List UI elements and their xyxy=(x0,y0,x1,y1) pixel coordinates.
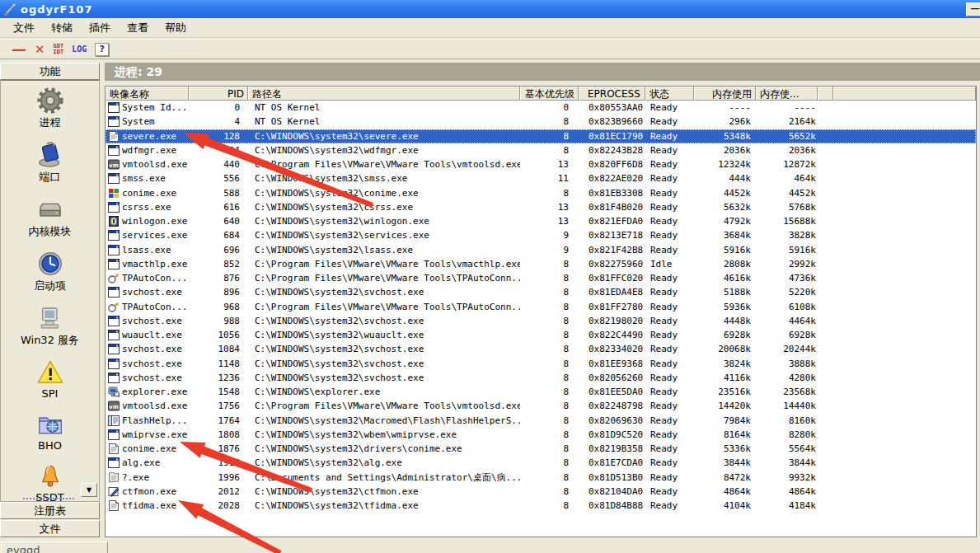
log-button[interactable]: LOG xyxy=(72,45,87,54)
process-name: svchost.exe xyxy=(122,342,182,356)
table-row[interactable]: conime.exe 1876 C:\WINDOWS\system32\driv… xyxy=(106,442,976,456)
table-row[interactable]: svchost.exe 1236 C:\WINDOWS\system32\svc… xyxy=(106,371,976,385)
table-row[interactable]: alg.exe 1916 C:\WINDOWS\system32\alg.exe… xyxy=(106,456,976,470)
cell-memory: 8472k xyxy=(694,471,756,485)
cell-eprocess: 0x82275960 xyxy=(579,257,645,271)
column-header-path[interactable]: 路径名 xyxy=(248,87,520,101)
table-row[interactable]: wdfmgr.exe 424 C:\WINDOWS\system32\wdfmg… xyxy=(106,143,976,157)
cell-image-name: wdfmgr.exe xyxy=(106,143,189,157)
column-header-eprocess[interactable]: EPROCESS xyxy=(579,87,645,101)
process-icon xyxy=(108,387,120,397)
table-row[interactable]: vmtoolsd.exe 1756 C:\Program Files\VMwar… xyxy=(106,399,976,413)
process-icon xyxy=(108,457,120,468)
cell-path: C:\WINDOWS\system32\wdfmgr.exe xyxy=(248,143,520,157)
cell-path: NT OS Kernel xyxy=(248,101,520,115)
cell-image-name: csrss.exe xyxy=(106,200,189,214)
table-row[interactable]: ctfmon.exe 2012 C:\WINDOWS\system32\ctfm… xyxy=(106,485,976,499)
cell-path: C:\Program Files\VMware\VMware Tools\TPA… xyxy=(248,300,520,314)
cell-memory2: 5564k xyxy=(756,442,818,456)
cell-status: Ready xyxy=(645,186,694,200)
menu-item[interactable]: 查看 xyxy=(119,19,157,37)
process-icon xyxy=(108,429,120,440)
sidebar-item-label: SSDT xyxy=(35,491,63,502)
table-row[interactable]: vmtoolsd.exe 440 C:\Program Files\VMware… xyxy=(106,157,976,171)
cell-memory: 7984k xyxy=(694,414,756,428)
table-row[interactable]: tfidma.exe 2028 C:\WINDOWS\system32\tfid… xyxy=(106,499,976,513)
cell-memory2: 5652k xyxy=(756,129,818,143)
kill-process-icon[interactable]: ✕ xyxy=(35,42,45,57)
minimize-button[interactable]: — xyxy=(966,2,980,16)
column-header-pid[interactable]: PID xyxy=(189,87,248,101)
sidebar-tab-registry[interactable]: 注册表 xyxy=(0,502,100,519)
splitter-grip[interactable] xyxy=(23,498,74,499)
sidebar-item[interactable]: BHO xyxy=(1,411,99,452)
cell-eprocess: 0x82248798 xyxy=(579,399,645,413)
cell-pid: 968 xyxy=(189,300,248,314)
table-row[interactable]: ?.exe 1996 C:\Documents and Settings\Adm… xyxy=(106,471,976,485)
cell-memory2: 4864k xyxy=(756,485,818,499)
cell-memory2: 20244k xyxy=(756,342,818,356)
table-row[interactable]: wuauclt.exe 1056 C:\WINDOWS\system32\wua… xyxy=(106,328,976,342)
table-row[interactable]: System Id... 0 NT OS Kernel 0 0x80553AA0… xyxy=(106,101,976,115)
table-row[interactable]: FlashHelp... 1764 C:\WINDOWS\system32\Ma… xyxy=(106,414,976,428)
process-name: svchost.exe xyxy=(122,314,182,328)
menu-item[interactable]: 文件 xyxy=(5,19,43,37)
table-row[interactable]: svchost.exe 1084 C:\WINDOWS\system32\svc… xyxy=(106,342,976,356)
table-row[interactable]: vmacthlp.exe 852 C:\Program Files\VMware… xyxy=(106,257,976,271)
table-row[interactable]: svchost.exe 1148 C:\WINDOWS\system32\svc… xyxy=(106,357,976,371)
column-header-status[interactable]: 状态 xyxy=(645,87,694,101)
sidebar-item[interactable]: SPI xyxy=(1,359,99,400)
sidebar-item-label: 进程 xyxy=(40,115,61,130)
process-name: tfidma.exe xyxy=(122,499,176,513)
table-row[interactable]: svchost.exe 988 C:\WINDOWS\system32\svch… xyxy=(106,314,976,328)
table-row[interactable]: TPAutoCon... 876 C:\Program Files\VMware… xyxy=(106,271,976,285)
menu-bar: 文件转储插件查看帮助 xyxy=(0,18,980,38)
process-name: services.exe xyxy=(122,228,187,242)
cell-priority: 8 xyxy=(520,271,579,285)
table-row[interactable]: csrss.exe 616 C:\WINDOWS\system32\csrss.… xyxy=(106,200,976,214)
table-row[interactable]: services.exe 684 C:\WINDOWS\system32\ser… xyxy=(106,228,976,242)
sidebar-header[interactable]: 功能 xyxy=(0,63,100,80)
column-header-image-name[interactable]: 映像名称 xyxy=(106,87,189,101)
process-icon xyxy=(108,273,120,284)
menu-item[interactable]: 插件 xyxy=(81,19,119,37)
table-row[interactable]: conime.exe 588 C:\WINDOWS\system32\conim… xyxy=(106,186,976,200)
table-row[interactable]: System 4 NT OS Kernel 8 0x823B9660 Ready… xyxy=(106,115,976,129)
table-row[interactable]: winlogon.exe 640 C:\WINDOWS\system32\win… xyxy=(106,214,976,228)
process-name: wdfmgr.exe xyxy=(122,143,176,157)
process-name: vmtoolsd.exe xyxy=(122,157,187,171)
column-header-priority[interactable]: 基本优先级 xyxy=(520,87,579,101)
table-row[interactable]: smss.exe 556 C:\WINDOWS\system32\smss.ex… xyxy=(106,171,976,185)
help-icon[interactable]: ? xyxy=(95,43,109,56)
table-row[interactable]: lsass.exe 696 C:\WINDOWS\system32\lsass.… xyxy=(106,243,976,257)
menu-item[interactable]: 帮助 xyxy=(157,19,195,37)
remove-icon[interactable]: — xyxy=(12,44,26,55)
cell-memory2: 15688k xyxy=(756,214,818,228)
cell-priority: 8 xyxy=(520,399,579,413)
table-row[interactable]: explorer.exe 1548 C:\WINDOWS\explorer.ex… xyxy=(106,385,976,399)
sidebar-item[interactable]: Win32 服务 xyxy=(1,305,99,348)
cell-path: C:\WINDOWS\system32\severe.exe xyxy=(248,129,520,143)
column-header-memory2[interactable]: 内存使... xyxy=(756,87,818,101)
table-row[interactable]: wmiprvse.exe 1808 C:\WINDOWS\system32\wb… xyxy=(106,428,976,442)
cell-memory2: 6108k xyxy=(756,300,818,314)
sidebar-item[interactable]: 内核模块 xyxy=(1,196,99,239)
cell-pid: 440 xyxy=(189,157,248,171)
column-header-memory[interactable]: 内存使用 xyxy=(694,87,756,101)
sidebar-tab-file[interactable]: 文件 xyxy=(0,520,100,537)
sidebar-item[interactable]: 端口 xyxy=(1,142,99,185)
cell-memory: 3824k xyxy=(694,357,756,371)
table-row[interactable]: severe.exe 128 C:\WINDOWS\system32\sever… xyxy=(106,129,976,143)
sidebar-item[interactable]: 进程 xyxy=(1,87,99,130)
cell-path: C:\WINDOWS\system32\winlogon.exe xyxy=(248,214,520,228)
sidebar-item[interactable]: 启动项 xyxy=(1,251,99,293)
menu-item[interactable]: 转储 xyxy=(43,19,81,37)
gdt-idt-button[interactable]: GDTIDT xyxy=(54,44,64,55)
cell-eprocess: 0x81E7CDA0 xyxy=(579,456,645,470)
scroll-down-button[interactable]: ▼ xyxy=(81,483,97,497)
table-row[interactable]: svchost.exe 896 C:\WINDOWS\system32\svch… xyxy=(106,285,976,299)
cell-eprocess: 0x822C4490 xyxy=(579,328,645,342)
table-row[interactable]: TPAutoCon... 968 C:\Program Files\VMware… xyxy=(106,300,976,314)
title-bar[interactable]: ogdyrF107 — xyxy=(0,0,980,18)
cell-path: C:\WINDOWS\system32\wuauclt.exe xyxy=(248,328,520,342)
